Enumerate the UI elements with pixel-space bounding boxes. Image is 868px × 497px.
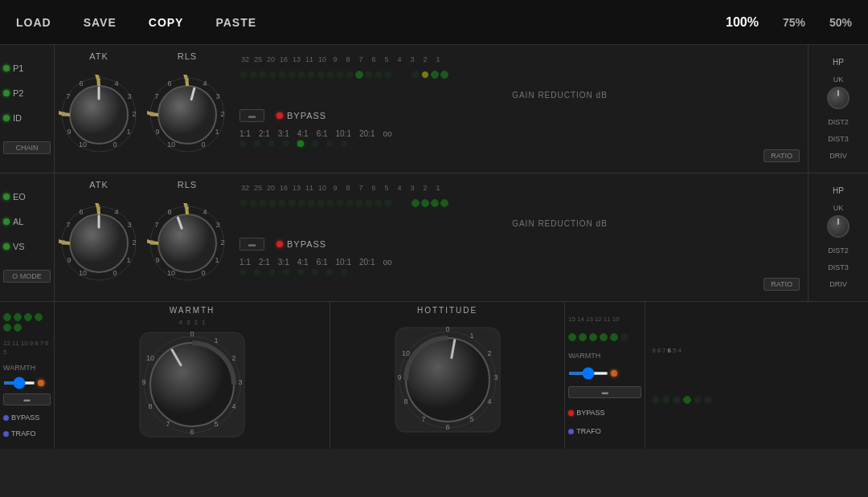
hp-label-2: HP [833, 186, 844, 195]
label-vs: VS [13, 242, 25, 251]
load-button[interactable]: LOAD [16, 16, 51, 29]
uk-knob[interactable] [827, 87, 850, 109]
svg-text:6: 6 [445, 423, 449, 431]
svg-text:10: 10 [79, 269, 87, 277]
band2-atk-knob[interactable]: 5 4 3 2 1 0 10 9 8 7 6 [59, 203, 139, 283]
channel-vs: VS [3, 242, 51, 251]
dist2-label-2: DIST2 [828, 246, 849, 255]
hottitude-bypass-label: BYPASS [576, 409, 604, 417]
bypass-label-warmth: BYPASS [11, 413, 39, 422]
gr-led [259, 71, 267, 79]
band1-atk-knob-wrapper: 5 4 3 2 1 0 10 9 8 7 6 [59, 75, 139, 158]
svg-text:8: 8 [148, 402, 152, 410]
size-75-button[interactable]: 75% [783, 15, 805, 30]
gr-led [288, 71, 296, 79]
hp-label: HP [833, 58, 844, 67]
size-50-button[interactable]: 50% [829, 15, 852, 30]
band2-gr-numbers: 32 25 20 16 13 11 10 9 8 7 6 5 4 3 2 1 [240, 184, 800, 192]
svg-text:8: 8 [403, 397, 407, 405]
svg-text:2: 2 [231, 354, 235, 362]
svg-text:5: 5 [469, 415, 473, 423]
bottom-section: 12111098765 WARMTH ▬ BYPASS TRAFO WARMTH… [0, 302, 868, 449]
band1-bypass-btn[interactable]: BYPASS [276, 111, 326, 120]
svg-text:5: 5 [185, 75, 189, 83]
far-right-section: 987654 [645, 302, 868, 449]
dist3-label: DIST3 [828, 135, 849, 143]
svg-text:2: 2 [132, 110, 136, 118]
band1-gr-leds-row1 [240, 71, 800, 79]
band2-bypass-indicator[interactable]: ▬ [240, 238, 264, 251]
channel-al: AL [3, 217, 51, 226]
svg-text:4: 4 [203, 79, 207, 88]
ratio-led [283, 141, 289, 147]
warmth-bypass-btn[interactable]: ▬ [3, 393, 51, 405]
trafo-label-warmth: TRAFO [11, 430, 36, 438]
warmth-label-left: WARMTH [3, 364, 51, 372]
warmth-title: WARMTH [170, 306, 215, 315]
band2-rls-section: RLS 5 4 3 2 [143, 173, 231, 301]
copy-button[interactable]: COPY [149, 16, 184, 29]
band1-channels: P1 P2 ID CHAIN [0, 45, 55, 173]
hottitude-bypass-btn[interactable]: ▬ [568, 386, 641, 398]
svg-text:9: 9 [397, 373, 401, 381]
gr-led [375, 71, 383, 79]
band2-bypass-btn[interactable]: BYPASS [276, 239, 326, 249]
band1-atk-label: ATK [89, 51, 108, 61]
uk-knob-2[interactable] [827, 215, 850, 238]
svg-text:8: 8 [149, 238, 154, 246]
warmth-knob[interactable]: 0 1 2 3 4 5 6 7 8 9 10 [136, 328, 248, 441]
top-bar: LOAD SAVE COPY PASTE 100% 75% 50% [0, 0, 868, 45]
ratio-led [326, 141, 333, 147]
save-button[interactable]: SAVE [84, 16, 117, 29]
band1-rls-knob[interactable]: 5 4 3 2 1 0 10 9 8 7 6 [147, 75, 227, 155]
svg-text:8: 8 [61, 110, 65, 118]
size-100-button[interactable]: 100% [726, 15, 759, 30]
svg-text:10: 10 [402, 349, 410, 357]
svg-text:2: 2 [220, 238, 224, 246]
channel-eo: EO [3, 192, 51, 202]
warmth-knob-container: 0 1 2 3 4 5 6 7 8 9 10 [136, 328, 248, 444]
band2-rls-label: RLS [178, 180, 197, 189]
svg-text:6: 6 [79, 208, 83, 216]
hottitude-warmth-slider[interactable] [568, 372, 608, 375]
led-id [3, 115, 10, 121]
svg-text:7: 7 [154, 92, 158, 100]
band1-atk-knob[interactable]: 5 4 3 2 1 0 10 9 8 7 6 [59, 75, 139, 155]
band1-bypass-indicator[interactable]: ▬ [240, 109, 264, 122]
channel-p1: P1 [3, 63, 51, 73]
band1-atk-section: ATK [55, 45, 143, 173]
label-al: AL [13, 217, 23, 226]
gr-led [346, 71, 354, 79]
band2-meter-area: 32 25 20 16 13 11 10 9 8 7 6 5 4 3 2 1 [231, 173, 808, 301]
hottitude-knob[interactable]: 0 1 2 3 4 5 6 7 8 9 10 [391, 324, 504, 436]
mode-button[interactable]: O MODE [3, 270, 51, 283]
svg-point-43 [158, 214, 216, 272]
warmth-slider[interactable] [3, 381, 35, 385]
label-p2: P2 [13, 88, 23, 98]
svg-text:7: 7 [421, 415, 425, 423]
ratio-button[interactable]: RATIO [764, 149, 800, 162]
band2-atk-section: ATK 5 4 3 2 [55, 173, 143, 301]
band2-rls-knob[interactable]: 5 4 3 2 1 0 10 9 8 7 6 [147, 203, 227, 283]
svg-text:8: 8 [149, 110, 154, 118]
band1-right-panel: HP UK DIST2 DIST3 DRIV [808, 45, 868, 173]
svg-text:1: 1 [126, 256, 130, 264]
gr-led [278, 71, 286, 79]
led-p2 [3, 90, 10, 96]
band2-ratio-button[interactable]: RATIO [764, 278, 800, 291]
svg-text:7: 7 [154, 221, 158, 229]
band2-right-panel: HP UK DIST2 DIST3 DRIV [808, 173, 868, 301]
label-eo: EO [13, 192, 26, 202]
svg-text:9: 9 [67, 256, 71, 264]
hottitude-section: HOTTITUDE 0 [330, 302, 645, 449]
top-bar-left: LOAD SAVE COPY PASTE [16, 16, 256, 29]
chain-button[interactable]: CHAIN [3, 141, 51, 154]
svg-text:3: 3 [215, 92, 219, 100]
paste-button[interactable]: PASTE [215, 16, 256, 29]
svg-text:5: 5 [96, 75, 100, 83]
band1-bypass-label: BYPASS [287, 111, 326, 120]
svg-text:4: 4 [487, 397, 491, 405]
channel-p2: P2 [3, 88, 51, 98]
bypass-led-2 [276, 241, 283, 247]
gr-led [249, 71, 257, 79]
